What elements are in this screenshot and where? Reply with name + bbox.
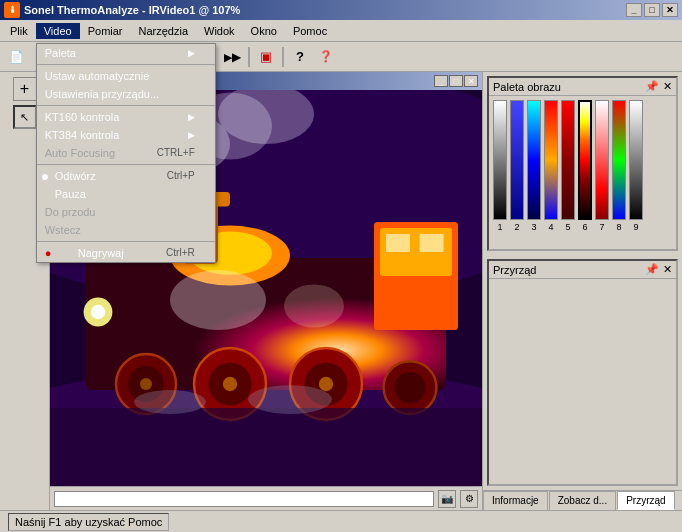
palette-4[interactable]: 4 [544,100,558,232]
palette-7[interactable]: 7 [595,100,609,232]
svg-rect-27 [50,408,482,486]
palette-section: Paleta obrazu 📌 ✕ 1 2 3 [487,76,678,251]
palette-6[interactable]: 6 [578,100,592,232]
menu-nagrywaj[interactable]: ● Nagrywaj Ctrl+R [37,244,215,262]
minimize-button[interactable]: _ [626,3,642,17]
menu-kt160[interactable]: KT160 kontrola ▶ [37,108,215,126]
snapshot-icon: 📷 [441,493,453,504]
menu-okno[interactable]: Okno [243,23,285,39]
help2-button[interactable]: ❓ [314,45,338,69]
menu-do-przodu[interactable]: Do przodu [37,203,215,221]
palette-pin-icon[interactable]: 📌 [645,80,659,93]
palette-strip-8[interactable] [612,100,626,220]
svg-rect-15 [420,234,444,252]
window-title: Sonel ThermoAnalyze - IRVideo1 @ 107% [24,4,240,16]
help2-icon: ❓ [319,50,333,63]
submenu-arrow: ▶ [188,48,195,58]
menu-pomiar[interactable]: Pomiar [80,23,131,39]
menu-video[interactable]: Video Paleta ▶ Ustaw automatycznie Ustaw… [36,23,80,39]
menu-widok[interactable]: Widok [196,23,243,39]
menu-auto-focusing[interactable]: Auto Focusing CTRL+F [37,144,215,162]
menu-paleta[interactable]: Paleta ▶ [37,44,215,62]
svg-point-28 [170,270,266,330]
device-content [489,279,676,399]
device-section: Przyrząd 📌 ✕ [487,259,678,486]
palette-strip-2[interactable] [510,100,524,220]
palette-button[interactable]: ▣ [254,45,278,69]
title-controls[interactable]: _ □ ✕ [626,3,678,17]
palette-strip-6[interactable] [578,100,592,220]
palette-strip-3[interactable] [527,100,541,220]
tab-zobacz-d[interactable]: Zobacz d... [549,491,616,510]
new-button[interactable] [4,45,28,69]
palette-strip-9[interactable] [629,100,643,220]
ir-close-btn[interactable]: ✕ [464,75,478,87]
device-panel-controls[interactable]: 📌 ✕ [645,263,672,276]
progress-bar[interactable] [54,491,434,507]
menu-odtwórz[interactable]: ● Odtwórz Ctrl+P [37,167,215,185]
menu-plik[interactable]: Plik [2,23,36,39]
palette-9[interactable]: 9 [629,100,643,232]
menu-pomoc[interactable]: Pomoc [285,23,335,39]
palette-strip-1[interactable] [493,100,507,220]
device-panel-title: Przyrząd 📌 ✕ [489,261,676,279]
menu-wstecz[interactable]: Wstecz [37,221,215,239]
video-dropdown-menu: Paleta ▶ Ustaw automatycznie Ustawienia … [36,43,216,263]
tab-informacje[interactable]: Informacje [483,491,548,510]
palette-label-9: 9 [633,222,638,232]
palette-label-2: 2 [514,222,519,232]
palette-panel-controls[interactable]: 📌 ✕ [645,80,672,93]
palette-label-6: 6 [582,222,587,232]
ir-maximize-btn[interactable]: □ [449,75,463,87]
separator-4 [37,241,215,242]
toolbar-sep-2 [248,47,250,67]
palette-close-btn[interactable]: ✕ [663,80,672,93]
add-icon: + [20,80,29,98]
close-button[interactable]: ✕ [662,3,678,17]
svg-point-29 [284,284,344,327]
svg-point-18 [140,378,152,390]
menu-narzedzia[interactable]: Narzędzia [131,23,197,39]
palette-strip-7[interactable] [595,100,609,220]
toolbar-sep-3 [282,47,284,67]
play-button[interactable]: ▶ [220,45,244,69]
svg-rect-14 [386,234,410,252]
add-tool-button[interactable]: + [13,77,37,101]
ir-snapshot-btn[interactable]: 📷 [438,490,456,508]
menu-bar: Plik Video Paleta ▶ Ustaw automatycznie … [0,20,682,42]
status-bar: Naśnij F1 aby uzyskać Pomoc [0,510,682,532]
help-icon: ? [296,49,304,64]
status-text-panel: Naśnij F1 aby uzyskać Pomoc [8,513,169,531]
palette-label-1: 1 [497,222,502,232]
svg-point-26 [394,372,425,403]
help-button[interactable]: ? [288,45,312,69]
play-icon: ▶ [224,50,241,64]
svg-point-21 [223,377,237,391]
device-pin-icon[interactable]: 📌 [645,263,659,276]
palette-5[interactable]: 5 [561,100,575,232]
palette-strip-4[interactable] [544,100,558,220]
palette-label-3: 3 [531,222,536,232]
tab-przyrzad[interactable]: Przyrząd [617,491,674,510]
ir-window-controls[interactable]: _ □ ✕ [434,75,478,87]
maximize-button[interactable]: □ [644,3,660,17]
menu-ustaw-auto[interactable]: Ustaw automatycznie [37,67,215,85]
cursor-tool-button[interactable]: ↖ [13,105,37,129]
menu-kt384[interactable]: KT384 kontrola ▶ [37,126,215,144]
ir-toolbar: 📷 ⚙ [50,486,482,510]
palette-strip-5[interactable] [561,100,575,220]
menu-pauza[interactable]: Pauza [37,185,215,203]
device-close-btn[interactable]: ✕ [663,263,672,276]
menu-ustawienia[interactable]: Ustawienia przyrządu... [37,85,215,103]
palette-2[interactable]: 2 [510,100,524,232]
settings-icon: ⚙ [465,493,474,504]
ir-minimize-btn[interactable]: _ [434,75,448,87]
palette-1[interactable]: 1 [493,100,507,232]
palette-3[interactable]: 3 [527,100,541,232]
palette-8[interactable]: 8 [612,100,626,232]
palette-content: 1 2 3 4 5 [489,96,676,236]
panel-tabs: Informacje Zobacz d... Przyrząd [483,490,682,510]
ir-settings-btn[interactable]: ⚙ [460,490,478,508]
separator-2 [37,105,215,106]
title-bar: 🌡 Sonel ThermoAnalyze - IRVideo1 @ 107% … [0,0,682,20]
